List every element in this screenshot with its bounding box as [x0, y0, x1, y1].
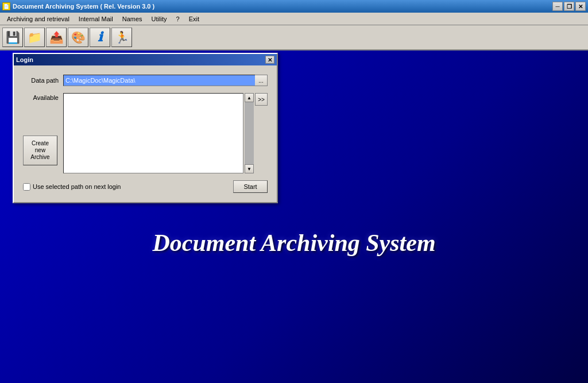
checkbox-label[interactable]: Use selected path on next login — [33, 183, 121, 190]
menu-bar: Archiving and retrieval Internal Mail Na… — [0, 13, 588, 25]
folder-icon: 📁 — [28, 30, 42, 44]
palette-toolbar-button[interactable]: 🎨 — [68, 28, 88, 47]
minimize-button[interactable]: ─ — [552, 2, 563, 11]
title-bar-left: 📄 Document Archiving System ( Rel. Versi… — [2, 2, 154, 10]
scroll-up-button[interactable]: ▲ — [245, 93, 254, 102]
menu-exit[interactable]: Exit — [184, 14, 204, 24]
mail-toolbar-button[interactable]: 📤 — [46, 28, 67, 47]
background-title: Document Archiving System — [152, 229, 435, 257]
close-window-button[interactable]: ✕ — [575, 2, 586, 11]
dialog-close-button[interactable]: ✕ — [265, 56, 274, 64]
save-icon: 💾 — [6, 30, 20, 44]
use-path-checkbox[interactable] — [23, 183, 30, 191]
bottom-row: Use selected path on next login Start — [23, 180, 268, 193]
checkbox-wrapper: Use selected path on next login — [23, 183, 121, 191]
available-label: Available — [23, 93, 63, 101]
create-archive-button[interactable]: CreatenewArchive — [23, 136, 57, 165]
info-toolbar-button[interactable]: ℹ — [90, 28, 110, 47]
scroll-down-button[interactable]: ▼ — [245, 164, 254, 173]
window-title: Document Archiving System ( Rel. Version… — [13, 3, 154, 10]
title-bar: 📄 Document Archiving System ( Rel. Versi… — [0, 0, 588, 13]
data-path-input[interactable] — [63, 75, 255, 86]
browse-button[interactable]: ... — [255, 75, 268, 86]
dialog-title: Login — [16, 56, 33, 63]
info-icon: ℹ — [98, 30, 102, 45]
data-path-label: Data path — [23, 77, 63, 84]
run-icon: 🏃 — [115, 30, 129, 44]
save-toolbar-button[interactable]: 💾 — [2, 28, 23, 47]
scrollbar: ▲ ▼ — [245, 93, 254, 173]
menu-utility[interactable]: Utility — [147, 14, 172, 24]
left-buttons-area: Available CreatenewArchive — [23, 93, 63, 165]
background-area: Document Archiving System Login ✕ Data p… — [0, 51, 588, 383]
data-path-input-wrapper: ... — [63, 75, 268, 86]
login-dialog: Login ✕ Data path ... Available — [13, 53, 278, 203]
available-row: Available CreatenewArchive ▲ ▼ >> — [23, 93, 268, 173]
dialog-content: Data path ... Available CreatenewArchive — [14, 65, 277, 202]
dialog-title-bar: Login ✕ — [14, 54, 277, 65]
app-icon: 📄 — [2, 2, 10, 10]
available-list[interactable] — [63, 93, 243, 173]
menu-archiving-retrieval[interactable]: Archiving and retrieval — [2, 14, 74, 24]
available-wrapper: ▲ ▼ >> — [63, 93, 268, 173]
restore-button[interactable]: ❐ — [564, 2, 574, 11]
data-path-row: Data path ... — [23, 75, 268, 86]
start-button[interactable]: Start — [233, 180, 268, 193]
mail-icon: 📤 — [49, 30, 64, 44]
run-toolbar-button[interactable]: 🏃 — [111, 28, 132, 47]
palette-icon: 🎨 — [71, 30, 86, 44]
menu-internal-mail[interactable]: Internal Mail — [74, 14, 118, 24]
navigate-button[interactable]: >> — [255, 93, 268, 106]
toolbar: 💾 📁 📤 🎨 ℹ 🏃 — [0, 25, 588, 51]
scroll-track — [245, 102, 254, 164]
folder-toolbar-button[interactable]: 📁 — [24, 28, 45, 47]
title-bar-controls: ─ ❐ ✕ — [552, 2, 586, 11]
menu-names[interactable]: Names — [118, 14, 147, 24]
menu-help[interactable]: ? — [172, 14, 184, 24]
